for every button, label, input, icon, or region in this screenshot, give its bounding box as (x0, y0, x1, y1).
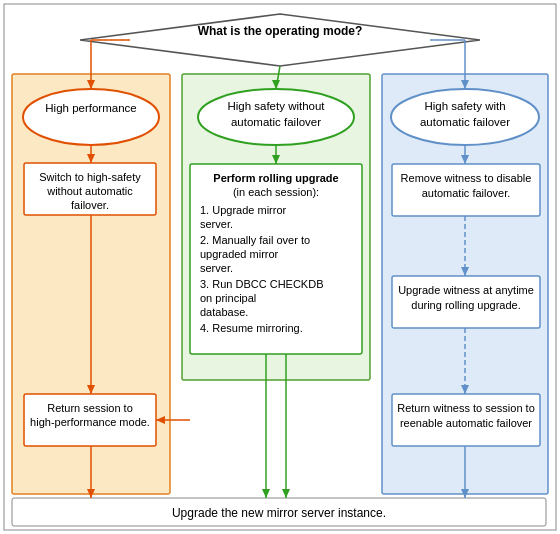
right-oval-label: High safety with (424, 100, 505, 112)
svg-marker-1 (80, 14, 480, 66)
left-oval-label: High performance (45, 102, 136, 114)
svg-text:server.: server. (200, 262, 233, 274)
svg-text:Perform rolling upgrade: Perform rolling upgrade (213, 172, 338, 184)
question-text: What is the operating mode? (198, 24, 363, 38)
center-oval-label: High safety without (227, 100, 325, 112)
svg-text:Return session to: Return session to (47, 402, 133, 414)
svg-text:during rolling upgrade.: during rolling upgrade. (411, 299, 520, 311)
svg-text:automatic failover: automatic failover (231, 116, 321, 128)
svg-point-5 (23, 89, 159, 145)
svg-text:2.  Manually fail over to: 2. Manually fail over to (200, 234, 310, 246)
svg-text:4.  Resume mirroring.: 4. Resume mirroring. (200, 322, 303, 334)
svg-text:server.: server. (200, 218, 233, 230)
svg-text:Switch to high-safety: Switch to high-safety (39, 171, 141, 183)
svg-text:3.  Run DBCC CHECKDB: 3. Run DBCC CHECKDB (200, 278, 323, 290)
svg-text:Return witness to session to: Return witness to session to (397, 402, 535, 414)
svg-text:1.  Upgrade mirror: 1. Upgrade mirror (200, 204, 287, 216)
svg-text:without automatic: without automatic (46, 185, 133, 197)
svg-text:failover.: failover. (71, 199, 109, 211)
svg-text:database.: database. (200, 306, 248, 318)
svg-marker-56 (282, 489, 290, 498)
svg-text:on principal: on principal (200, 292, 256, 304)
flowchart-diagram: What is the operating mode? High perform… (0, 0, 560, 534)
svg-text:Remove witness to disable: Remove witness to disable (401, 172, 532, 184)
svg-text:automatic failover.: automatic failover. (422, 187, 511, 199)
svg-text:reenable automatic failover: reenable automatic failover (400, 417, 532, 429)
svg-text:upgraded mirror: upgraded mirror (200, 248, 279, 260)
svg-text:high-performance mode.: high-performance mode. (30, 416, 150, 428)
svg-marker-54 (262, 489, 270, 498)
bottom-label: Upgrade the new mirror server instance. (172, 506, 386, 520)
svg-text:Upgrade witness at anytime: Upgrade witness at anytime (398, 284, 534, 296)
svg-text:automatic failover: automatic failover (420, 116, 510, 128)
svg-text:(in each session):: (in each session): (233, 186, 319, 198)
